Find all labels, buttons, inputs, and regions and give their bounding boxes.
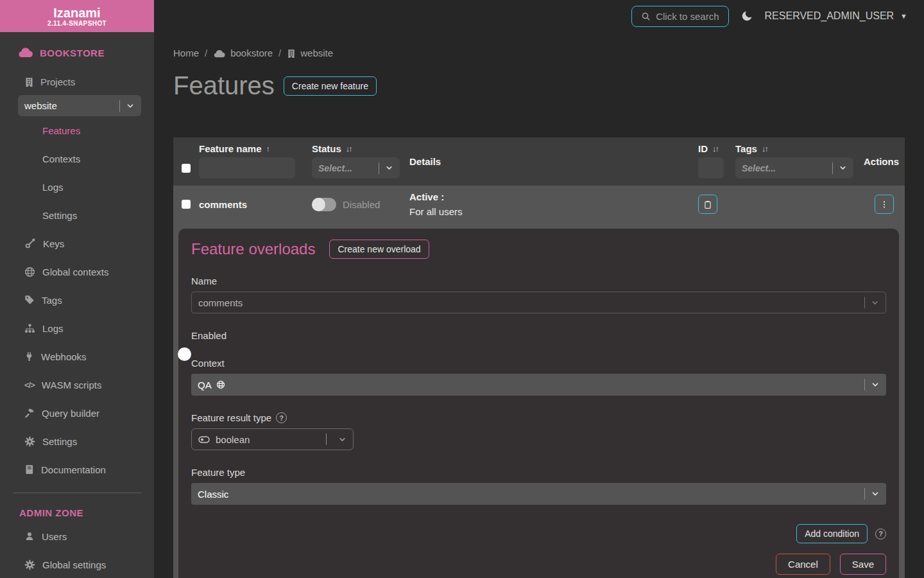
add-condition-button[interactable]: Add condition [796,524,868,543]
result-type-select[interactable]: boolean [191,428,354,450]
create-feature-button[interactable]: Create new feature [284,76,377,96]
moon-icon[interactable] [740,10,753,22]
context-select[interactable]: QA [191,374,886,396]
sidebar-item-label: Settings [42,436,77,447]
clipboard-icon [703,200,712,209]
sidebar-item-keys[interactable]: Keys [0,229,154,258]
sort-both-icon[interactable]: ↓↑ [346,144,352,153]
sidebar-item-features[interactable]: Features [0,116,154,144]
feature-type-select[interactable]: Classic [191,483,886,505]
code-icon: </> [24,380,35,390]
breadcrumb-separator: / [278,48,281,58]
breadcrumb-project[interactable]: website [300,48,333,58]
chevron-down-icon [871,380,880,389]
sidebar-item-projects[interactable]: Projects [0,60,154,87]
breadcrumb-home[interactable]: Home [173,48,199,58]
sidebar-item-label: Logs [42,323,64,334]
admin-zone-label: ADMIN ZONE [0,493,154,518]
context-value: QA [198,380,212,390]
sidebar-item-logs[interactable]: Logs [0,173,154,201]
project-select[interactable]: website [18,95,141,116]
row-actions-menu-button[interactable] [875,195,894,214]
save-button[interactable]: Save [840,554,886,575]
id-filter-input[interactable] [698,157,724,179]
sidebar-item-tenant[interactable]: BOOKSTORE [0,32,154,60]
select-divider [864,379,865,390]
tag-icon [24,295,35,305]
create-overload-button[interactable]: Create new overload [329,240,429,259]
tags-filter-select[interactable]: Select... [735,157,853,179]
logo-block[interactable]: Izanami 2.11.4-SNAPSHOT [0,0,154,32]
plug-icon [24,351,34,362]
gear-icon [24,559,35,570]
sidebar-item-global-contexts[interactable]: Global contexts [0,258,154,286]
breadcrumb-tenant[interactable]: bookstore [230,48,273,58]
row-checkbox[interactable] [182,200,191,209]
sort-both-icon[interactable]: ↓↑ [712,144,718,153]
sidebar-item-query-builder[interactable]: Query builder [0,399,154,427]
search-button[interactable]: Click to search [631,6,728,27]
sidebar-item-label: Keys [43,238,64,249]
overload-name-select[interactable]: comments [191,292,886,313]
caret-down-icon: ▼ [900,12,907,20]
topbar: Click to search RESERVED_ADMIN_USER ▼ [154,0,924,32]
feature-name-filter-input[interactable] [199,157,295,179]
table-header: Feature name ↑ Status ↓↑ Select... [173,137,905,186]
feature-status-label: Disabled [343,199,380,210]
user-menu[interactable]: RESERVED_ADMIN_USER ▼ [765,10,907,22]
sidebar-item-tenant-settings[interactable]: Settings [0,427,154,455]
logo-title: Izanami [53,6,100,20]
table-row[interactable]: comments Disabled Active : For all users [173,186,905,223]
enabled-label: Enabled [191,330,886,341]
sidebar-item-documentation[interactable]: Documentation [0,455,154,484]
username: RESERVED_ADMIN_USER [765,10,894,22]
sort-both-icon[interactable]: ↓↑ [762,144,767,153]
kebab-menu-icon [880,200,889,209]
sidebar-item-label: Documentation [41,464,106,475]
feature-status-toggle[interactable] [312,198,336,211]
breadcrumb: Home / bookstore / website [173,48,905,58]
sidebar-item-users[interactable]: Users [0,522,154,550]
feature-type-label: Feature type [191,467,886,478]
column-tags: Tags [735,143,757,154]
select-all-checkbox[interactable] [182,164,191,173]
breadcrumb-separator: / [205,48,207,58]
sidebar: BOOKSTORE Projects website Features Cont… [0,32,154,578]
chevron-down-icon [839,164,847,172]
logo-version: 2.11.4-SNAPSHOT [47,20,107,27]
building-icon [24,76,34,87]
sort-asc-icon[interactable]: ↑ [266,144,271,153]
sidebar-item-label: WASM scripts [42,380,102,390]
select-divider [326,434,327,445]
page-title: Features [173,71,275,100]
name-label: Name [191,276,886,286]
sidebar-item-wasm-scripts[interactable]: </> WASM scripts [0,371,154,399]
sidebar-item-global-settings[interactable]: Global settings [0,550,154,578]
sidebar-item-settings[interactable]: Settings [0,201,154,229]
sidebar-item-tags[interactable]: Tags [0,286,154,314]
search-label: Click to search [656,11,719,22]
app-root: Izanami 2.11.4-SNAPSHOT Click to search … [0,0,924,578]
sidebar-item-label: Global contexts [42,267,108,277]
column-details: Details [409,156,441,167]
sidebar-item-label: Tags [42,295,62,306]
copy-id-button[interactable] [698,195,717,214]
status-filter-select[interactable]: Select... [312,157,400,179]
select-divider [832,162,833,174]
sidebar-item-global-logs[interactable]: Logs [0,314,154,342]
feature-name-cell: comments [199,199,312,210]
select-divider [379,162,379,174]
project-select-value: website [24,100,57,111]
help-icon[interactable]: ? [875,529,886,539]
select-divider [864,488,865,500]
sidebar-item-webhooks[interactable]: Webhooks [0,342,154,371]
cancel-button[interactable]: Cancel [776,554,830,575]
hammer-icon [24,408,35,418]
column-actions: Actions [864,156,899,167]
sidebar-item-contexts[interactable]: Contexts [0,144,154,173]
book-icon [24,464,34,475]
help-icon[interactable]: ? [276,412,287,423]
overload-name-value: comments [198,297,243,308]
details-cell: Active : For all users [409,189,698,219]
panel-title: Feature overloads [191,240,315,258]
